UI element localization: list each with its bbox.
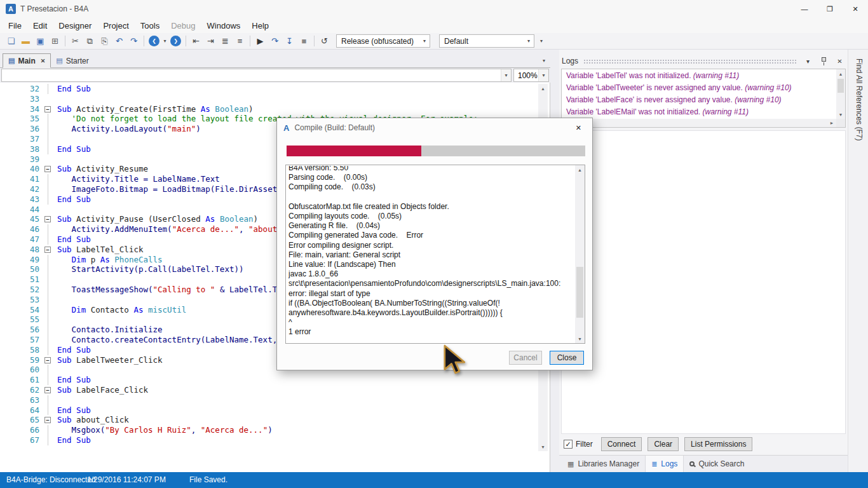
code-line[interactable]: 64End Sub <box>0 405 550 416</box>
code-line[interactable]: 65−Sub about_Click <box>0 415 550 425</box>
fold-collapse-icon[interactable]: − <box>44 357 51 363</box>
log-message[interactable]: Variable 'LabelTweeter' is never assigne… <box>562 82 836 94</box>
menu-item-file[interactable]: File <box>3 19 27 32</box>
navigate-forward-icon[interactable]: ❯ <box>170 36 181 46</box>
undo-icon[interactable]: ↶ <box>112 34 126 48</box>
log-message[interactable]: Variable 'LabelEMail' was not initialize… <box>562 106 836 118</box>
build-variant-dropdown[interactable]: Default ▾ <box>439 34 534 48</box>
panel-tab-logs[interactable]: ≣Logs <box>645 456 683 472</box>
filter-checkbox[interactable]: ✓ <box>564 440 573 449</box>
fold-collapse-icon[interactable]: − <box>44 247 51 253</box>
add-module-icon[interactable]: ❏ <box>4 34 18 48</box>
fold-gutter[interactable]: − <box>43 104 53 114</box>
panel-tab-libraries-manager[interactable]: ▦Libraries Manager <box>562 456 645 472</box>
cut-icon[interactable]: ✂ <box>68 34 83 48</box>
build-config-dropdown[interactable]: Release (obfuscated) ▾ <box>336 34 430 48</box>
log-message[interactable]: Variable 'LabelTel' was not initialized.… <box>562 70 836 82</box>
minimize-button[interactable]: — <box>792 0 817 18</box>
menu-item-tools[interactable]: Tools <box>135 19 165 32</box>
scroll-down-icon[interactable]: ▼ <box>836 110 845 119</box>
menu-item-help[interactable]: Help <box>246 19 275 32</box>
code-line[interactable]: 61End Sub <box>0 375 550 385</box>
code-line[interactable]: 66 Msgbox("By Carlos H Ruiz", "Acerca de… <box>0 425 550 435</box>
scroll-down-icon[interactable]: ▼ <box>575 334 585 343</box>
pin-icon[interactable] <box>818 56 829 67</box>
copy-icon[interactable]: ⧉ <box>83 34 97 48</box>
tab-main[interactable]: ▤Main✕ <box>3 53 51 68</box>
toolbar-overflow-icon[interactable]: ▾ <box>540 38 543 44</box>
fold-gutter[interactable]: − <box>43 415 53 425</box>
code-line[interactable]: 67End Sub <box>0 435 550 445</box>
menu-item-designer[interactable]: Designer <box>53 19 97 32</box>
dialog-close-button[interactable]: Close <box>550 351 584 365</box>
menu-item-edit[interactable]: Edit <box>27 19 53 32</box>
fold-gutter[interactable]: − <box>43 355 53 365</box>
indent-icon[interactable]: ⇥ <box>203 34 218 48</box>
stop-icon[interactable]: ■ <box>297 34 311 48</box>
fold-gutter[interactable]: − <box>43 164 53 174</box>
output-scrollbar-thumb[interactable] <box>576 267 583 318</box>
panel-tab-quick-search[interactable]: Quick Search <box>683 456 750 472</box>
list-permissions-button[interactable]: List Permissions <box>684 437 752 451</box>
tab-starter[interactable]: ▤Starter <box>51 53 93 68</box>
designer-icon[interactable]: ⊞ <box>48 34 62 48</box>
scroll-up-icon[interactable]: ▲ <box>538 84 548 93</box>
compile-dialog-titlebar[interactable]: A Compile (Build: Default) ✕ <box>277 118 592 137</box>
paste-icon[interactable]: ⎘ <box>97 34 112 48</box>
chevron-down-icon[interactable]: ▾ <box>501 69 511 81</box>
close-panel-icon[interactable]: ✕ <box>834 56 845 67</box>
clear-button[interactable]: Clear <box>648 437 679 451</box>
menu-item-windows[interactable]: Windows <box>201 19 247 32</box>
window-position-icon[interactable]: ▾ <box>803 56 813 67</box>
cancel-button[interactable]: Cancel <box>509 351 542 365</box>
menu-item-debug[interactable]: Debug <box>165 19 201 32</box>
log-message[interactable]: Variable 'LabelFace' is never assigned a… <box>562 94 836 106</box>
fold-collapse-icon[interactable]: − <box>44 387 51 393</box>
fold-gutter[interactable]: − <box>43 385 53 395</box>
connect-button[interactable]: Connect <box>601 437 642 451</box>
code-line[interactable]: 33 <box>0 94 550 104</box>
navigate-back-icon[interactable]: ❮ <box>149 36 159 46</box>
fold-gutter[interactable]: − <box>43 245 53 255</box>
rebuild-icon[interactable]: ↺ <box>317 34 332 48</box>
back-history-icon[interactable]: ▾ <box>161 34 168 48</box>
scroll-up-icon[interactable]: ▲ <box>836 69 845 78</box>
fold-collapse-icon[interactable]: − <box>44 166 51 172</box>
code-line[interactable]: 32End Sub <box>0 84 550 94</box>
log-output-area[interactable] <box>561 130 846 434</box>
find-all-references-tab[interactable]: Find All References (F7) <box>853 58 864 140</box>
restore-button[interactable]: ❐ <box>817 0 843 18</box>
open-project-icon[interactable]: ▬ <box>18 34 33 48</box>
fold-collapse-icon[interactable]: − <box>44 417 51 423</box>
code-line[interactable]: 63 <box>0 395 550 405</box>
run-icon[interactable]: ▶ <box>253 34 268 48</box>
module-selector[interactable]: ▾ <box>1 69 512 82</box>
dialog-close-icon[interactable]: ✕ <box>571 123 586 133</box>
scroll-right-icon[interactable]: ► <box>827 119 836 127</box>
redo-icon[interactable]: ↷ <box>126 34 141 48</box>
output-scrollbar[interactable]: ▲ ▼ <box>575 165 585 343</box>
scroll-down-icon[interactable]: ▼ <box>538 442 548 451</box>
zoom-selector[interactable]: 100% ▾ <box>513 69 549 82</box>
panel-grip[interactable] <box>583 59 797 65</box>
fold-gutter[interactable]: − <box>43 214 53 224</box>
menu-item-project[interactable]: Project <box>97 19 134 32</box>
log-list-vscrollbar[interactable]: ▲ ▼ <box>836 69 845 119</box>
log-list-hscrollbar[interactable]: ◄ ► <box>562 119 836 127</box>
uncomment-icon[interactable]: ≡ <box>233 34 247 48</box>
fold-collapse-icon[interactable]: − <box>44 106 51 112</box>
step-into-icon[interactable]: ↧ <box>282 34 297 48</box>
scroll-up-icon[interactable]: ▲ <box>575 165 585 174</box>
step-over-icon[interactable]: ↷ <box>268 34 282 48</box>
close-button[interactable]: ✕ <box>843 0 868 18</box>
code-line[interactable]: 62−Sub LabelFace_Click <box>0 385 550 395</box>
save-icon[interactable]: ▣ <box>33 34 48 48</box>
chevron-down-icon[interactable]: ▾ <box>538 69 548 81</box>
log-scrollbar-thumb[interactable] <box>837 79 844 93</box>
filter-control[interactable]: ✓ Filter <box>564 440 593 449</box>
tab-close-icon[interactable]: ✕ <box>41 58 46 64</box>
outdent-icon[interactable]: ⇤ <box>189 34 203 48</box>
tab-list-icon[interactable]: ▾ <box>543 58 545 64</box>
compile-output-box[interactable]: B4A version: 5.50Parsing code. (0.00s)Co… <box>285 165 585 344</box>
comment-icon[interactable]: ≣ <box>218 34 233 48</box>
